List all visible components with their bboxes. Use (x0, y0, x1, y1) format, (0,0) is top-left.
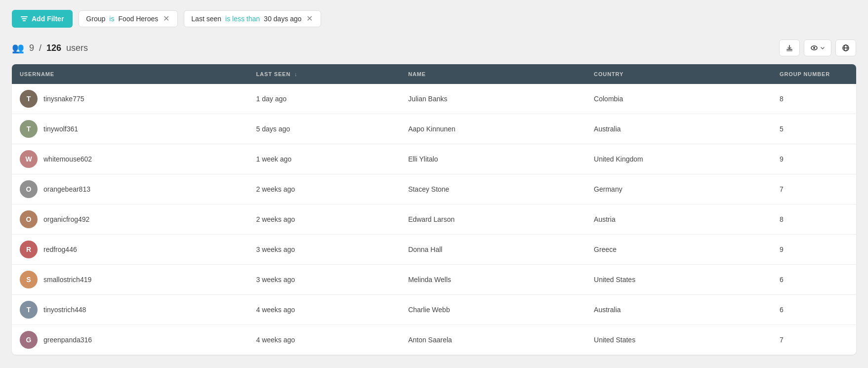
country-cell: Germany (586, 174, 772, 204)
username-text: redfrog446 (43, 245, 77, 253)
username-text: whitemouse602 (43, 155, 92, 163)
username-text: tinywolf361 (43, 125, 78, 133)
name-cell: Stacey Stone (400, 174, 586, 204)
user-count: 👥 9 / 126 users (12, 42, 88, 54)
filter1-close-button[interactable]: ✕ (162, 15, 170, 23)
username-cell: G greenpanda316 (12, 325, 248, 355)
lastseen-cell: 1 day ago (248, 84, 401, 114)
export-icon (785, 44, 793, 52)
add-filter-label: Add Filter (32, 15, 64, 23)
filter2-keyword: is less than (225, 15, 260, 23)
users-table: USERNAME LAST SEEN ↓ NAME COUNTRY GROUP … (12, 64, 856, 355)
name-cell: Edward Larson (400, 204, 586, 235)
table-header-row: USERNAME LAST SEEN ↓ NAME COUNTRY GROUP … (12, 64, 856, 84)
sort-arrow-icon: ↓ (294, 71, 297, 77)
filter2-prefix: Last seen (191, 15, 221, 23)
group-number-cell: 6 (772, 265, 856, 295)
top-bar: Add Filter Group is Food Heroes ✕ Last s… (12, 10, 856, 28)
filter-chip-lastseen: Last seen is less than 30 days ago ✕ (184, 10, 321, 27)
users-icon: 👥 (12, 42, 24, 54)
username-text: organicfrog492 (43, 215, 89, 223)
filter-icon (21, 16, 28, 21)
eye-icon (810, 44, 818, 52)
count-separator: / (39, 43, 41, 53)
group-number-cell: 6 (772, 295, 856, 325)
export-button[interactable] (779, 40, 800, 56)
total-count: 126 (46, 43, 61, 53)
avatar: O (20, 210, 38, 228)
page-container: Add Filter Group is Food Heroes ✕ Last s… (0, 0, 868, 368)
username-text: greenpanda316 (43, 336, 92, 344)
settings-button[interactable] (835, 40, 856, 56)
username-cell: T tinysnake775 (12, 84, 248, 114)
avatar: G (20, 331, 38, 349)
username-text: tinysnake775 (43, 95, 84, 103)
group-number-cell: 8 (772, 84, 856, 114)
table-row[interactable]: T tinysnake775 1 day ago Julian Banks Co… (12, 84, 856, 114)
country-cell: Colombia (586, 84, 772, 114)
users-table-container: USERNAME LAST SEEN ↓ NAME COUNTRY GROUP … (12, 64, 856, 355)
filter1-prefix: Group (86, 15, 105, 23)
table-row[interactable]: T tinywolf361 5 days ago Aapo Kinnunen A… (12, 114, 856, 144)
name-cell: Anton Saarela (400, 325, 586, 355)
avatar: T (20, 120, 38, 138)
users-label: users (66, 43, 88, 53)
chevron-down-icon (820, 45, 825, 50)
lastseen-cell: 2 weeks ago (248, 204, 401, 235)
country-cell: Austria (586, 204, 772, 235)
country-cell: United States (586, 325, 772, 355)
group-number-cell: 8 (772, 204, 856, 235)
username-cell: O orangebear813 (12, 174, 248, 204)
name-cell: Julian Banks (400, 84, 586, 114)
toolbar-right (779, 40, 856, 56)
col-header-lastseen[interactable]: LAST SEEN ↓ (248, 64, 401, 84)
filter1-keyword: is (109, 15, 114, 23)
name-cell: Charlie Webb (400, 295, 586, 325)
username-cell: T tinyostrich448 (12, 295, 248, 325)
table-row[interactable]: S smallostrich419 3 weeks ago Melinda We… (12, 265, 856, 295)
globe-icon (842, 44, 850, 52)
svg-point-4 (813, 47, 815, 49)
avatar: S (20, 271, 38, 288)
filter2-close-button[interactable]: ✕ (305, 15, 314, 23)
country-cell: United Kingdom (586, 144, 772, 174)
country-cell: Greece (586, 235, 772, 265)
user-count-row: 👥 9 / 126 users (12, 40, 856, 56)
username-text: tinyostrich448 (43, 306, 86, 314)
avatar: T (20, 90, 38, 108)
table-row[interactable]: W whitemouse602 1 week ago Elli Ylitalo … (12, 144, 856, 174)
table-row[interactable]: O organicfrog492 2 weeks ago Edward Lars… (12, 204, 856, 235)
username-cell: T tinywolf361 (12, 114, 248, 144)
username-cell: S smallostrich419 (12, 265, 248, 295)
col-header-name: NAME (400, 64, 586, 84)
col-header-username: USERNAME (12, 64, 248, 84)
lastseen-cell: 4 weeks ago (248, 295, 401, 325)
country-cell: Australia (586, 295, 772, 325)
group-number-cell: 9 (772, 235, 856, 265)
group-number-cell: 9 (772, 144, 856, 174)
username-cell: R redfrog446 (12, 235, 248, 265)
lastseen-cell: 3 weeks ago (248, 235, 401, 265)
add-filter-button[interactable]: Add Filter (12, 10, 73, 28)
avatar: O (20, 180, 38, 198)
name-cell: Melinda Wells (400, 265, 586, 295)
group-number-cell: 7 (772, 325, 856, 355)
username-cell: O organicfrog492 (12, 204, 248, 235)
username-text: orangebear813 (43, 185, 90, 193)
filter1-value: Food Heroes (118, 15, 158, 23)
group-number-cell: 7 (772, 174, 856, 204)
country-cell: Australia (586, 114, 772, 144)
avatar: W (20, 150, 38, 168)
table-row[interactable]: O orangebear813 2 weeks ago Stacey Stone… (12, 174, 856, 204)
table-row[interactable]: T tinyostrich448 4 weeks ago Charlie Web… (12, 295, 856, 325)
table-row[interactable]: G greenpanda316 4 weeks ago Anton Saarel… (12, 325, 856, 355)
name-cell: Donna Hall (400, 235, 586, 265)
filtered-count: 9 (29, 43, 34, 53)
col-header-group-number: GROUP NUMBER (772, 64, 856, 84)
lastseen-cell: 5 days ago (248, 114, 401, 144)
username-cell: W whitemouse602 (12, 144, 248, 174)
svg-rect-1 (786, 50, 792, 51)
group-number-cell: 5 (772, 114, 856, 144)
table-row[interactable]: R redfrog446 3 weeks ago Donna Hall Gree… (12, 235, 856, 265)
visibility-button[interactable] (804, 40, 831, 56)
